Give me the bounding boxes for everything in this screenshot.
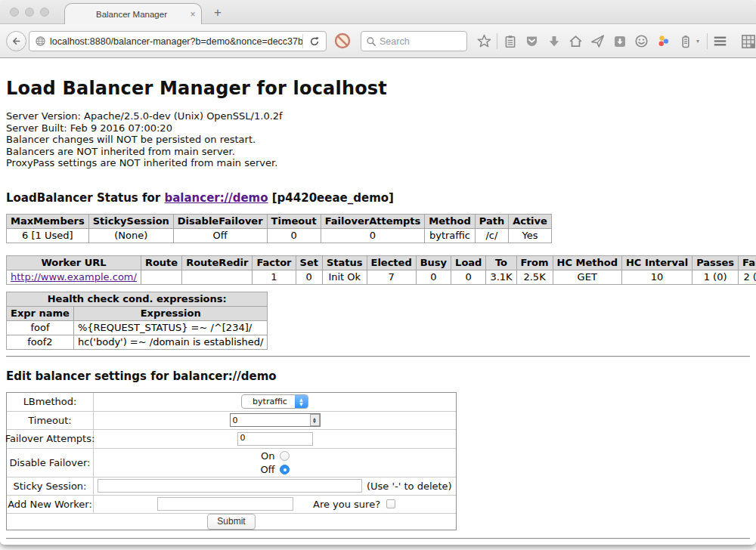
confirm-label: Are you sure? [313,499,380,510]
column-header: Timeout [267,214,321,228]
submit-button[interactable]: Submit [207,514,255,530]
home-button[interactable] [565,34,587,48]
page-title: Load Balancer Manager for localhost [6,58,750,99]
lbmethod-row: LBmethod: bytraffic ▲▼ [7,393,456,411]
bookmark-star-button[interactable] [473,34,495,48]
add-worker-row: Add New Worker: Are you sure? [7,495,456,513]
add-worker-input[interactable] [157,497,293,511]
smiley-icon [634,34,649,48]
table-cell: foof2 [7,335,74,349]
failover-attempts-input[interactable]: 0 [237,432,313,446]
table-cell [141,270,181,284]
download-box-icon [613,35,627,48]
bottom-divider [6,538,750,539]
radio-off[interactable] [280,465,290,474]
timeout-input[interactable]: 0 ▲▼ [230,413,321,427]
reading-list-button[interactable] [499,35,521,48]
close-window-button[interactable] [10,8,19,17]
reload-icon [309,36,320,47]
send-tab-button[interactable] [587,34,609,48]
menu-button[interactable] [709,34,731,48]
back-button[interactable] [6,31,26,51]
feedback-button[interactable] [631,34,652,48]
table-cell: 2 (0) [739,270,756,284]
worker-url-link[interactable]: http://www.example.com/ [11,271,137,283]
column-header: Fails [739,255,756,270]
tiles-extension-button[interactable] [737,34,756,49]
clipboard-icon [503,35,517,48]
failover-attempts-label: Failover Attempts: [7,430,94,448]
health-check-table: Health check cond. expressions:Expr name… [6,292,268,350]
table-cell: hc('body') =~ /domain is established/ [73,335,268,349]
toolbar-icons: ▾ [473,24,756,58]
sticky-session-row: Sticky Session: (Use '-' to delete) [7,477,456,495]
url-text[interactable]: localhost:8880/balancer-manager?b=demo&n… [50,36,302,47]
table-cell: 7 [367,270,416,284]
back-arrow-icon [11,36,22,47]
browser-window: Balancer Manager × + localhost:8880/bala… [0,0,756,545]
column-header: HC Method [553,255,621,270]
select-stepper-icon: ▲▼ [295,395,308,408]
table-row: foof%{REQUEST_STATUS} =~ /^[234]/ [7,320,268,335]
column-header: Path [475,214,508,228]
search-input[interactable]: Search [361,31,467,51]
lbmethod-label: LBmethod: [7,393,94,411]
server-version-line: Server Version: Apache/2.5.0-dev (Unix) … [6,110,750,122]
reload-button[interactable] [303,36,326,47]
column-header: DisableFailover [173,214,267,228]
balancer-status-table: MaxMembersStickySessionDisableFailoverTi… [6,214,552,243]
persist-notice-line: Balancer changes will NOT be persisted o… [6,134,750,146]
column-header: StickySession [88,214,173,228]
window-controls [10,8,49,17]
loadbalancer-status-heading: LoadBalancer Status for balancer://demo … [6,191,750,205]
disable-failover-row: Disable Failover: On Off [7,448,456,477]
confirm-checkbox[interactable] [386,499,395,508]
page-content: Load Balancer Manager for localhost Serv… [0,58,756,544]
content-block-button[interactable] [333,32,352,53]
table-cell: http://www.example.com/ [7,270,141,284]
timeout-row: Timeout: 0 ▲▼ [7,411,456,429]
timeout-value: 0 [231,416,310,425]
table-cell: foof [7,320,74,335]
battery-icon [679,35,692,48]
navigation-toolbar: localhost:8880/balancer-manager?b=demo&n… [0,24,756,58]
downloads-button[interactable] [543,35,565,48]
minimize-window-button[interactable] [25,8,34,17]
column-header: Set [296,255,322,270]
table-cell: Init Ok [322,270,367,284]
table-cell: Off [173,228,267,243]
toolbar-divider [497,33,497,49]
notes-extension-button[interactable] [674,35,696,48]
column-header: Load [451,255,486,270]
download-manager-button[interactable] [609,35,631,48]
search-placeholder: Search [380,36,410,47]
timeout-label: Timeout: [7,412,94,429]
table-cell: 1 [253,270,296,284]
extension-dropdown-caret-icon[interactable]: ▾ [696,38,705,45]
column-header: FailoverAttempts [321,214,425,228]
table-cell: 2.5K [516,270,553,284]
color-palette-button[interactable] [652,34,674,48]
lbmethod-select[interactable]: bytraffic ▲▼ [241,394,308,409]
sticky-session-input[interactable] [98,479,362,493]
column-header: Expression [73,306,268,320]
globe-icon [29,36,50,47]
radio-on[interactable] [280,451,290,461]
edit-balancer-form: LBmethod: bytraffic ▲▼ Timeout: 0 ▲▼ [6,392,457,530]
sticky-session-hint: (Use '-' to delete) [367,480,452,492]
pocket-button[interactable] [521,34,543,48]
url-bar[interactable]: localhost:8880/balancer-manager?b=demo&n… [29,31,327,51]
tab-close-icon[interactable]: × [184,9,201,20]
table-cell: 0 [267,228,321,243]
column-header: Passes [692,255,739,270]
new-tab-button[interactable]: + [214,5,222,20]
table-cell: /c/ [475,228,508,243]
browser-tab[interactable]: Balancer Manager × [64,3,202,24]
column-header: MaxMembers [7,214,89,228]
balancer-demo-link[interactable]: balancer://demo [164,191,268,205]
status-heading-prefix: LoadBalancer Status for [6,191,164,205]
zoom-window-button[interactable] [40,8,49,17]
column-header: Expr name [7,306,74,320]
number-spinner-icon[interactable]: ▲▼ [310,414,320,426]
search-icon [361,36,380,47]
